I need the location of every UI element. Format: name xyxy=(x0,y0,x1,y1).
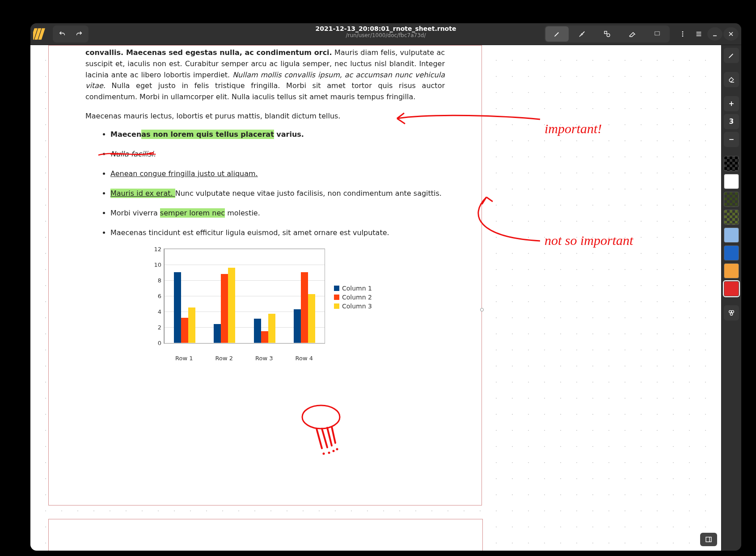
bar xyxy=(268,314,275,343)
app-window: 2021-12-13_20:08:01_rnote_sheet.rnote /r… xyxy=(30,23,741,551)
color-swatch-lightblue[interactable] xyxy=(724,227,739,243)
color-picker-button[interactable] xyxy=(724,305,739,320)
y-tick-label: 2 xyxy=(148,324,161,330)
hamburger-menu-button[interactable] xyxy=(691,27,706,41)
bar xyxy=(254,319,261,343)
legend-item: Column 3 xyxy=(334,303,372,310)
sidebar-toggle-button[interactable] xyxy=(700,533,717,546)
x-tick-label: Row 4 xyxy=(286,355,322,362)
bar xyxy=(308,294,315,343)
list-item: Maecenas non lorem quis tellus placerat … xyxy=(110,129,445,140)
x-tick-label: Row 3 xyxy=(246,355,282,362)
bar xyxy=(214,324,221,343)
tool-eraser[interactable] xyxy=(621,26,644,42)
kebab-menu-button[interactable] xyxy=(675,27,690,41)
tool-selector xyxy=(545,25,670,42)
list-item: Morbi viverra semper lorem nec molestie. xyxy=(110,208,445,219)
y-tick-label: 0 xyxy=(148,339,161,346)
list-item: Mauris id ex erat. Nunc vulputate neque … xyxy=(110,188,445,199)
tool-selector[interactable] xyxy=(646,26,669,42)
bar xyxy=(294,309,301,343)
redo-button[interactable] xyxy=(71,26,88,42)
bar xyxy=(188,307,195,343)
paragraph-top: convallis. Maecenas sed egestas nulla, a… xyxy=(85,47,445,103)
headerbar: 2021-12-13_20:08:01_rnote_sheet.rnote /r… xyxy=(30,23,741,45)
tool-brush[interactable] xyxy=(570,26,594,42)
eraser-style-button[interactable] xyxy=(724,72,739,87)
legend-item: Column 1 xyxy=(334,285,372,292)
window-title: 2021-12-13_20:08:01_rnote_sheet.rnote xyxy=(316,25,456,32)
stroke-width-value: 3 xyxy=(724,114,739,129)
svg-point-1 xyxy=(607,34,610,37)
bar xyxy=(301,272,308,343)
main-area: convallis. Maecenas sed egestas nulla, a… xyxy=(30,45,741,551)
list-item: Nulla facilisi. xyxy=(110,149,445,160)
bar xyxy=(228,268,235,343)
svg-rect-2 xyxy=(655,32,660,35)
x-tick-label: Row 2 xyxy=(206,355,242,362)
svg-rect-0 xyxy=(604,31,607,34)
y-tick-label: 8 xyxy=(148,277,161,283)
chart: 024681012 Row 1Row 2Row 3Row 4 Column 1C… xyxy=(148,247,398,351)
bar xyxy=(221,274,228,343)
svg-rect-14 xyxy=(706,537,711,542)
y-tick-label: 4 xyxy=(148,308,161,315)
tool-shapes[interactable] xyxy=(596,26,619,42)
color-swatch-white[interactable] xyxy=(724,174,739,189)
color-swatch-black[interactable] xyxy=(724,156,739,171)
color-swatch-blue[interactable] xyxy=(724,245,739,261)
bullet-list: Maecenas non lorem quis tellus placerat … xyxy=(85,129,445,238)
y-tick-label: 12 xyxy=(148,245,161,252)
stroke-width-increase[interactable]: + xyxy=(724,96,739,111)
document-page-next xyxy=(48,519,483,551)
tool-pen[interactable] xyxy=(545,26,569,42)
svg-point-12 xyxy=(731,311,734,313)
color-swatch-olive-dark[interactable] xyxy=(724,192,739,207)
window-subtitle: /run/user/1000/doc/fbc7a73d/ xyxy=(346,32,426,38)
stroke-width-decrease[interactable]: − xyxy=(724,132,739,147)
resize-handle-icon[interactable] xyxy=(480,308,484,312)
svg-point-3 xyxy=(682,31,684,33)
close-button[interactable] xyxy=(723,27,739,41)
x-tick-label: Row 1 xyxy=(166,355,202,362)
svg-point-5 xyxy=(682,35,684,37)
y-tick-label: 10 xyxy=(148,261,161,268)
bar xyxy=(261,331,268,343)
list-item: Maecenas tincidunt est efficitur ligula … xyxy=(110,227,445,238)
sidebar: + 3 − xyxy=(721,45,741,551)
document-page: convallis. Maecenas sed egestas nulla, a… xyxy=(48,45,482,505)
chart-legend: Column 1Column 2Column 3 xyxy=(334,283,372,312)
svg-point-4 xyxy=(682,34,684,35)
color-swatch-olive[interactable] xyxy=(724,210,739,225)
undo-button[interactable] xyxy=(54,26,71,42)
list-item: Aenean congue fringilla justo ut aliquam… xyxy=(110,168,445,179)
y-tick-label: 6 xyxy=(148,292,161,299)
pen-style-button[interactable] xyxy=(724,48,739,63)
bar xyxy=(181,318,188,343)
bar xyxy=(174,272,181,343)
paragraph-single: Maecenas mauris lectus, lobortis et puru… xyxy=(85,112,445,120)
color-swatch-orange[interactable] xyxy=(724,263,739,278)
app-logo-icon xyxy=(33,26,48,42)
svg-point-13 xyxy=(730,313,732,315)
color-swatch-red-selected[interactable] xyxy=(724,281,739,296)
svg-point-11 xyxy=(729,311,731,313)
minimize-button[interactable] xyxy=(707,27,722,41)
legend-item: Column 2 xyxy=(334,294,372,301)
chart-plot: 024681012 Row 1Row 2Row 3Row 4 xyxy=(148,247,327,351)
canvas[interactable]: convallis. Maecenas sed egestas nulla, a… xyxy=(30,45,721,551)
